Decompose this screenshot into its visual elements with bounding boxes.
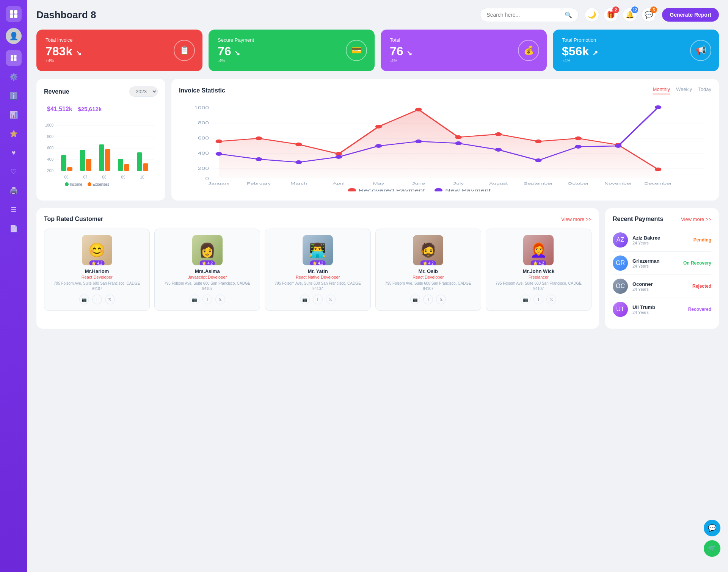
svg-point-60	[216, 152, 223, 156]
instagram-icon-0[interactable]: 📷	[79, 295, 89, 304]
payment-avatar-3: UT	[613, 302, 628, 317]
stat-card-invoice: Total invoice 783k ↘ +4% 📋	[36, 30, 202, 71]
instagram-icon-4[interactable]: 📷	[521, 295, 530, 304]
tab-weekly[interactable]: Weekly	[676, 86, 692, 94]
payment-avatar-0: AZ	[613, 232, 628, 248]
payment-name-3: Uli Trumb	[632, 304, 684, 310]
svg-rect-5	[14, 55, 17, 58]
twitter-icon-2[interactable]: 𝕏	[326, 295, 336, 304]
sidebar-item-analytics[interactable]: 📊	[6, 107, 22, 123]
gift-icon-btn[interactable]: 🎁 2	[604, 8, 618, 22]
svg-text:June: June	[412, 182, 425, 186]
payment-age-2: 24 Years	[632, 287, 688, 291]
top-customers-card: Top Rated Customer View more >> 😊 ⭐ 4.2 …	[36, 208, 599, 329]
sidebar-item-print[interactable]: 🖨️	[6, 183, 22, 199]
facebook-icon-0[interactable]: f	[92, 295, 102, 304]
customer-role-0: React Developer	[49, 275, 145, 279]
stat-value-3: $56k ↗	[562, 44, 710, 58]
sidebar-item-dashboard[interactable]	[6, 50, 22, 66]
revenue-card: Revenue 2023 2022 2021 $41,512k $25,612k	[36, 79, 165, 201]
svg-point-35	[88, 182, 91, 186]
stat-card-total: Total 76 ↘ -4% 💰	[381, 30, 547, 71]
header-icons: 🌙 🎁 2 🔔 12 💬 5	[585, 8, 656, 22]
svg-text:Income: Income	[70, 182, 82, 186]
top-customers-view-more[interactable]: View more >>	[561, 216, 592, 222]
facebook-icon-3[interactable]: f	[423, 295, 433, 304]
customer-role-3: React Developer	[380, 275, 476, 279]
facebook-icon-1[interactable]: f	[202, 295, 212, 304]
list-item: 👩‍🦰 ⭐ 4.2 Mr.John Wick Freelancer 795 Fo…	[486, 229, 592, 311]
svg-point-64	[375, 144, 382, 148]
sidebar-item-info[interactable]: ℹ️	[6, 88, 22, 104]
facebook-icon-2[interactable]: f	[313, 295, 323, 304]
svg-text:November: November	[604, 182, 632, 186]
sidebar-item-menu[interactable]: ☰	[6, 202, 22, 218]
year-select[interactable]: 2023 2022 2021	[129, 86, 158, 97]
payment-age-0: 24 Years	[632, 241, 689, 245]
svg-text:Expenses: Expenses	[93, 182, 109, 186]
payment-status-3: Recovered	[688, 307, 711, 312]
svg-point-71	[655, 105, 662, 109]
stat-change-2: -4%	[390, 58, 538, 63]
generate-report-button[interactable]: Generate Report	[662, 8, 719, 22]
customer-address-3: 795 Folsom Ave, Suite 600 San Francisco,…	[380, 281, 476, 291]
search-box[interactable]: 🔍	[480, 8, 579, 22]
user-avatar[interactable]: 👤	[6, 28, 22, 44]
sidebar-item-docs[interactable]: 📄	[6, 221, 22, 237]
sidebar-item-settings[interactable]: ⚙️	[6, 69, 22, 85]
facebook-icon-4[interactable]: f	[533, 295, 543, 304]
svg-rect-26	[137, 152, 142, 171]
payment-age-1: 24 Years	[632, 264, 679, 268]
svg-point-57	[575, 136, 582, 140]
tab-today[interactable]: Today	[698, 86, 711, 94]
stat-icon-2: 💰	[518, 40, 539, 61]
bell-icon-btn[interactable]: 🔔 12	[623, 8, 637, 22]
svg-point-55	[495, 132, 502, 136]
revenue-title: Revenue	[44, 88, 69, 95]
sidebar-item-heart[interactable]: ♥	[6, 145, 22, 161]
svg-point-59	[655, 168, 662, 171]
invoice-line-chart: 1000 800 600 400 200 0	[179, 100, 711, 191]
instagram-icon-1[interactable]: 📷	[190, 295, 199, 304]
list-item: AZ Aziz Bakree 24 Years Pending	[613, 229, 711, 252]
svg-point-54	[455, 135, 462, 139]
svg-text:March: March	[290, 182, 307, 186]
customer-address-2: 795 Folsom Ave, Suite 600 San Francisco,…	[270, 281, 366, 291]
instagram-icon-2[interactable]: 📷	[300, 295, 310, 304]
svg-point-65	[415, 139, 422, 143]
chat-icon-btn[interactable]: 💬 5	[642, 8, 656, 22]
svg-rect-19	[67, 167, 72, 171]
support-float-button[interactable]: 💬	[704, 520, 720, 536]
invoice-tabs: Monthly Weekly Today	[653, 86, 711, 94]
gift-badge: 2	[612, 6, 619, 13]
twitter-icon-1[interactable]: 𝕏	[215, 295, 225, 304]
payment-name-1: Griezerman	[632, 258, 679, 264]
customer-role-2: React Native Developer	[270, 275, 366, 279]
svg-text:January: January	[208, 182, 230, 186]
twitter-icon-3[interactable]: 𝕏	[436, 295, 446, 304]
svg-point-70	[615, 144, 622, 148]
search-input[interactable]	[486, 12, 562, 18]
twitter-icon-0[interactable]: 𝕏	[105, 295, 115, 304]
sidebar-item-heart2[interactable]: ♡	[6, 164, 22, 180]
svg-rect-18	[61, 155, 66, 171]
twitter-icon-4[interactable]: 𝕏	[546, 295, 556, 304]
svg-rect-1	[14, 10, 17, 14]
recent-payments-view-more[interactable]: View more >>	[681, 216, 711, 222]
svg-text:May: May	[373, 182, 385, 186]
tab-monthly[interactable]: Monthly	[653, 86, 670, 94]
instagram-icon-3[interactable]: 📷	[410, 295, 420, 304]
sidebar-item-star[interactable]: ⭐	[6, 126, 22, 142]
sidebar-logo[interactable]	[6, 6, 22, 22]
header: Dashboard 8 🔍 🌙 🎁 2 🔔 12 💬 5 Generate Re…	[36, 8, 719, 22]
svg-point-61	[256, 157, 262, 161]
svg-text:1000: 1000	[45, 123, 54, 127]
cart-float-button[interactable]: 🛒	[704, 540, 720, 557]
payment-avatar-1: GR	[613, 255, 628, 271]
floating-buttons: 💬 🛒	[704, 520, 720, 557]
svg-text:06: 06	[64, 175, 69, 179]
svg-text:07: 07	[83, 175, 88, 179]
svg-text:April: April	[333, 182, 345, 186]
moon-toggle[interactable]: 🌙	[585, 8, 599, 22]
customer-avatar-3: 🧔 ⭐ 4.2	[413, 235, 443, 265]
